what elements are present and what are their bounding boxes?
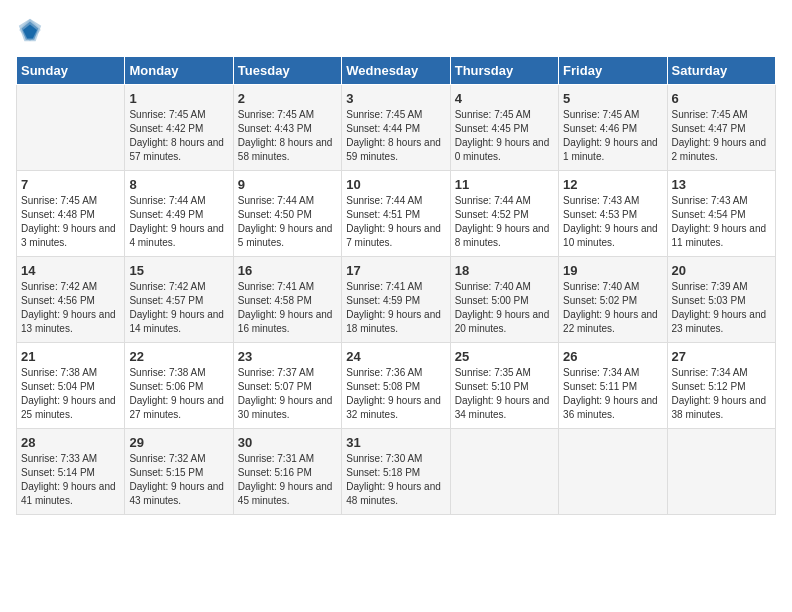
- calendar-cell: 15Sunrise: 7:42 AM Sunset: 4:57 PM Dayli…: [125, 257, 233, 343]
- day-header-saturday: Saturday: [667, 57, 775, 85]
- day-header-tuesday: Tuesday: [233, 57, 341, 85]
- calendar-cell: 7Sunrise: 7:45 AM Sunset: 4:48 PM Daylig…: [17, 171, 125, 257]
- day-info: Sunrise: 7:38 AM Sunset: 5:06 PM Dayligh…: [129, 366, 228, 422]
- logo: [16, 16, 48, 44]
- calendar-cell: 24Sunrise: 7:36 AM Sunset: 5:08 PM Dayli…: [342, 343, 450, 429]
- calendar-cell: 30Sunrise: 7:31 AM Sunset: 5:16 PM Dayli…: [233, 429, 341, 515]
- day-info: Sunrise: 7:36 AM Sunset: 5:08 PM Dayligh…: [346, 366, 445, 422]
- day-info: Sunrise: 7:41 AM Sunset: 4:58 PM Dayligh…: [238, 280, 337, 336]
- week-row-1: 1Sunrise: 7:45 AM Sunset: 4:42 PM Daylig…: [17, 85, 776, 171]
- week-row-2: 7Sunrise: 7:45 AM Sunset: 4:48 PM Daylig…: [17, 171, 776, 257]
- day-header-thursday: Thursday: [450, 57, 558, 85]
- day-number: 25: [455, 349, 554, 364]
- day-info: Sunrise: 7:44 AM Sunset: 4:50 PM Dayligh…: [238, 194, 337, 250]
- calendar-cell: 23Sunrise: 7:37 AM Sunset: 5:07 PM Dayli…: [233, 343, 341, 429]
- calendar-table: SundayMondayTuesdayWednesdayThursdayFrid…: [16, 56, 776, 515]
- calendar-cell: 9Sunrise: 7:44 AM Sunset: 4:50 PM Daylig…: [233, 171, 341, 257]
- week-row-4: 21Sunrise: 7:38 AM Sunset: 5:04 PM Dayli…: [17, 343, 776, 429]
- day-number: 20: [672, 263, 771, 278]
- day-number: 9: [238, 177, 337, 192]
- day-info: Sunrise: 7:34 AM Sunset: 5:12 PM Dayligh…: [672, 366, 771, 422]
- day-number: 4: [455, 91, 554, 106]
- calendar-cell: [17, 85, 125, 171]
- day-number: 11: [455, 177, 554, 192]
- day-number: 29: [129, 435, 228, 450]
- calendar-cell: 13Sunrise: 7:43 AM Sunset: 4:54 PM Dayli…: [667, 171, 775, 257]
- day-info: Sunrise: 7:45 AM Sunset: 4:44 PM Dayligh…: [346, 108, 445, 164]
- calendar-cell: [450, 429, 558, 515]
- day-info: Sunrise: 7:34 AM Sunset: 5:11 PM Dayligh…: [563, 366, 662, 422]
- day-info: Sunrise: 7:40 AM Sunset: 5:00 PM Dayligh…: [455, 280, 554, 336]
- logo-icon: [16, 16, 44, 44]
- calendar-cell: 21Sunrise: 7:38 AM Sunset: 5:04 PM Dayli…: [17, 343, 125, 429]
- day-info: Sunrise: 7:41 AM Sunset: 4:59 PM Dayligh…: [346, 280, 445, 336]
- calendar-cell: 11Sunrise: 7:44 AM Sunset: 4:52 PM Dayli…: [450, 171, 558, 257]
- day-number: 12: [563, 177, 662, 192]
- day-number: 2: [238, 91, 337, 106]
- calendar-cell: [667, 429, 775, 515]
- calendar-cell: 26Sunrise: 7:34 AM Sunset: 5:11 PM Dayli…: [559, 343, 667, 429]
- day-number: 27: [672, 349, 771, 364]
- day-info: Sunrise: 7:40 AM Sunset: 5:02 PM Dayligh…: [563, 280, 662, 336]
- day-info: Sunrise: 7:42 AM Sunset: 4:57 PM Dayligh…: [129, 280, 228, 336]
- day-info: Sunrise: 7:30 AM Sunset: 5:18 PM Dayligh…: [346, 452, 445, 508]
- calendar-cell: 25Sunrise: 7:35 AM Sunset: 5:10 PM Dayli…: [450, 343, 558, 429]
- day-number: 7: [21, 177, 120, 192]
- day-info: Sunrise: 7:42 AM Sunset: 4:56 PM Dayligh…: [21, 280, 120, 336]
- days-header-row: SundayMondayTuesdayWednesdayThursdayFrid…: [17, 57, 776, 85]
- day-number: 5: [563, 91, 662, 106]
- day-info: Sunrise: 7:45 AM Sunset: 4:45 PM Dayligh…: [455, 108, 554, 164]
- calendar-cell: 2Sunrise: 7:45 AM Sunset: 4:43 PM Daylig…: [233, 85, 341, 171]
- day-header-friday: Friday: [559, 57, 667, 85]
- calendar-cell: 12Sunrise: 7:43 AM Sunset: 4:53 PM Dayli…: [559, 171, 667, 257]
- calendar-cell: 29Sunrise: 7:32 AM Sunset: 5:15 PM Dayli…: [125, 429, 233, 515]
- day-number: 31: [346, 435, 445, 450]
- day-info: Sunrise: 7:33 AM Sunset: 5:14 PM Dayligh…: [21, 452, 120, 508]
- calendar-cell: 14Sunrise: 7:42 AM Sunset: 4:56 PM Dayli…: [17, 257, 125, 343]
- day-header-sunday: Sunday: [17, 57, 125, 85]
- day-number: 17: [346, 263, 445, 278]
- calendar-cell: 1Sunrise: 7:45 AM Sunset: 4:42 PM Daylig…: [125, 85, 233, 171]
- day-number: 6: [672, 91, 771, 106]
- day-number: 10: [346, 177, 445, 192]
- day-info: Sunrise: 7:44 AM Sunset: 4:52 PM Dayligh…: [455, 194, 554, 250]
- week-row-5: 28Sunrise: 7:33 AM Sunset: 5:14 PM Dayli…: [17, 429, 776, 515]
- day-info: Sunrise: 7:32 AM Sunset: 5:15 PM Dayligh…: [129, 452, 228, 508]
- day-number: 15: [129, 263, 228, 278]
- day-number: 1: [129, 91, 228, 106]
- day-number: 13: [672, 177, 771, 192]
- calendar-cell: 10Sunrise: 7:44 AM Sunset: 4:51 PM Dayli…: [342, 171, 450, 257]
- day-info: Sunrise: 7:45 AM Sunset: 4:47 PM Dayligh…: [672, 108, 771, 164]
- calendar-cell: 31Sunrise: 7:30 AM Sunset: 5:18 PM Dayli…: [342, 429, 450, 515]
- calendar-cell: 3Sunrise: 7:45 AM Sunset: 4:44 PM Daylig…: [342, 85, 450, 171]
- week-row-3: 14Sunrise: 7:42 AM Sunset: 4:56 PM Dayli…: [17, 257, 776, 343]
- day-info: Sunrise: 7:39 AM Sunset: 5:03 PM Dayligh…: [672, 280, 771, 336]
- calendar-cell: 17Sunrise: 7:41 AM Sunset: 4:59 PM Dayli…: [342, 257, 450, 343]
- calendar-cell: 19Sunrise: 7:40 AM Sunset: 5:02 PM Dayli…: [559, 257, 667, 343]
- day-number: 22: [129, 349, 228, 364]
- calendar-cell: 4Sunrise: 7:45 AM Sunset: 4:45 PM Daylig…: [450, 85, 558, 171]
- day-info: Sunrise: 7:43 AM Sunset: 4:53 PM Dayligh…: [563, 194, 662, 250]
- day-number: 3: [346, 91, 445, 106]
- calendar-cell: 20Sunrise: 7:39 AM Sunset: 5:03 PM Dayli…: [667, 257, 775, 343]
- day-number: 21: [21, 349, 120, 364]
- day-number: 18: [455, 263, 554, 278]
- day-info: Sunrise: 7:44 AM Sunset: 4:51 PM Dayligh…: [346, 194, 445, 250]
- day-info: Sunrise: 7:43 AM Sunset: 4:54 PM Dayligh…: [672, 194, 771, 250]
- day-number: 19: [563, 263, 662, 278]
- day-info: Sunrise: 7:45 AM Sunset: 4:46 PM Dayligh…: [563, 108, 662, 164]
- day-number: 16: [238, 263, 337, 278]
- calendar-cell: 5Sunrise: 7:45 AM Sunset: 4:46 PM Daylig…: [559, 85, 667, 171]
- day-info: Sunrise: 7:45 AM Sunset: 4:43 PM Dayligh…: [238, 108, 337, 164]
- day-header-monday: Monday: [125, 57, 233, 85]
- day-number: 24: [346, 349, 445, 364]
- day-number: 23: [238, 349, 337, 364]
- day-info: Sunrise: 7:35 AM Sunset: 5:10 PM Dayligh…: [455, 366, 554, 422]
- day-info: Sunrise: 7:44 AM Sunset: 4:49 PM Dayligh…: [129, 194, 228, 250]
- day-info: Sunrise: 7:45 AM Sunset: 4:48 PM Dayligh…: [21, 194, 120, 250]
- calendar-cell: 22Sunrise: 7:38 AM Sunset: 5:06 PM Dayli…: [125, 343, 233, 429]
- calendar-cell: [559, 429, 667, 515]
- day-info: Sunrise: 7:37 AM Sunset: 5:07 PM Dayligh…: [238, 366, 337, 422]
- day-number: 30: [238, 435, 337, 450]
- day-info: Sunrise: 7:45 AM Sunset: 4:42 PM Dayligh…: [129, 108, 228, 164]
